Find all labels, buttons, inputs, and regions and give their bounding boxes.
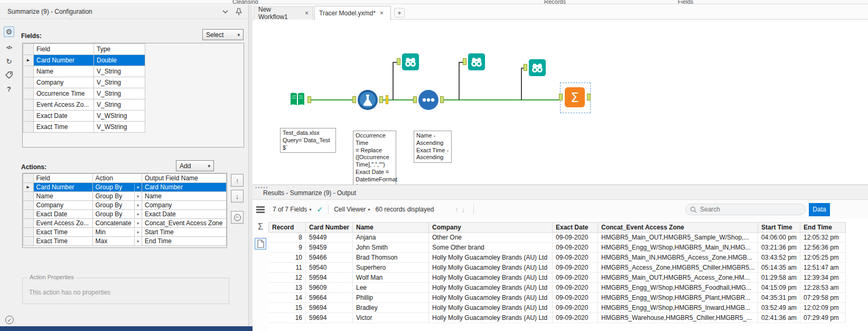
- actions-table-row[interactable]: ▶Card NumberGroup By▾Card Number: [23, 183, 227, 192]
- row-marker[interactable]: [23, 99, 34, 111]
- collapse-chevron-icon[interactable]: [222, 8, 228, 15]
- results-row[interactable]: 859449AnjanaOther One09-09-2020HMGBR5_Ma…: [269, 233, 846, 243]
- results-column-header[interactable]: Name: [353, 223, 429, 233]
- row-marker[interactable]: [23, 192, 34, 201]
- field-name-cell[interactable]: Occurrence Time: [34, 88, 94, 99]
- results-row[interactable]: 1459664PhillipHolly Molly Guacamoley Bra…: [269, 293, 846, 303]
- results-cell[interactable]: Holly Molly Guacamoley Brands (AU) Ltd: [429, 293, 553, 303]
- results-cell[interactable]: 03:21:36 pm: [758, 243, 800, 253]
- results-cell[interactable]: 09-09-2020: [553, 303, 598, 313]
- results-cell[interactable]: 59694: [306, 313, 353, 323]
- next-record-icon[interactable]: ↓: [462, 206, 465, 214]
- row-marker[interactable]: ▶: [23, 183, 34, 192]
- results-cell[interactable]: Holly Molly Guacamoley Brands (AU) Ltd: [429, 313, 553, 323]
- fields-table-row[interactable]: CompanyV_String: [23, 77, 145, 88]
- results-cell[interactable]: 03:43:52 pm: [758, 253, 800, 263]
- browse-tool-1[interactable]: [402, 53, 419, 71]
- add-dropdown-button[interactable]: Add ▾: [176, 160, 214, 171]
- results-cell[interactable]: 59466: [306, 253, 353, 263]
- pin-icon[interactable]: [236, 8, 242, 17]
- field-type-cell[interactable]: V_String: [94, 66, 145, 77]
- action-field-cell[interactable]: Event Access Zo...: [33, 219, 92, 228]
- dropdown-arrow-icon[interactable]: ▾: [134, 183, 139, 191]
- output-field-cell[interactable]: Card Number: [142, 183, 227, 192]
- results-row[interactable]: 1159540SuperheroHolly Molly Guacamoley B…: [269, 263, 846, 273]
- close-tab-icon[interactable]: ×: [305, 10, 309, 17]
- row-marker[interactable]: [23, 210, 34, 219]
- actions-table-row[interactable]: Event Access Zo...Concatenate▾Concat_Eve…: [23, 219, 227, 228]
- output-anchor[interactable]: [440, 96, 444, 103]
- results-cell[interactable]: Some Other brand: [429, 243, 553, 253]
- results-cell[interactable]: Holly Molly Guacamoley Brands (AU) Ltd: [429, 273, 553, 283]
- results-cell[interactable]: 12:02:09 pm: [800, 303, 846, 313]
- results-column-header[interactable]: Concat_Event Access Zone: [598, 223, 758, 233]
- action-select-cell[interactable]: Group By▾: [92, 183, 142, 192]
- results-cell[interactable]: Brad Thomson: [353, 253, 429, 263]
- actions-table-row[interactable]: Exact TimeMax▾End Time: [23, 237, 227, 246]
- move-down-button[interactable]: ↓: [231, 190, 244, 203]
- results-cell[interactable]: 04:15:09 pm: [758, 283, 800, 293]
- field-type-cell[interactable]: V_WString: [94, 111, 145, 122]
- dropdown-arrow-icon[interactable]: ▾: [134, 210, 139, 218]
- previous-record-icon[interactable]: ↑: [455, 206, 459, 214]
- fields-table-row[interactable]: Occurrence TimeV_String: [23, 88, 145, 99]
- field-column-header[interactable]: Field: [34, 44, 94, 55]
- field-type-cell[interactable]: V_WString: [94, 122, 145, 133]
- action-select-cell[interactable]: Max▾: [92, 237, 142, 246]
- fields-table-row[interactable]: NameV_String: [23, 66, 145, 77]
- results-cell[interactable]: HMGBR5_Warehouse,HMGBR5_Chiller,HMGBR5_.…: [598, 313, 758, 323]
- input-anchor[interactable]: [413, 96, 417, 103]
- row-marker[interactable]: [23, 201, 34, 210]
- browse-tool-2[interactable]: [468, 53, 486, 71]
- results-cell[interactable]: HMGBR5_Main_OUT,HMGBR5_Access_Zone,HM...: [598, 273, 758, 283]
- panel-splitter[interactable]: [248, 5, 253, 331]
- results-cell[interactable]: Superhero: [353, 263, 429, 273]
- results-cell[interactable]: HMGBR5_Main_IN,HMGBR5_Access_Zone,HMGB..…: [598, 253, 758, 263]
- results-cell[interactable]: 09-09-2020: [553, 253, 598, 263]
- row-marker[interactable]: [23, 219, 34, 228]
- results-cell[interactable]: 12:28:53 am: [800, 283, 846, 293]
- field-type-cell[interactable]: V_String: [94, 88, 145, 99]
- results-cell[interactable]: 59609: [306, 283, 353, 293]
- field-type-cell[interactable]: Double: [94, 55, 145, 66]
- results-cell[interactable]: 09-09-2020: [553, 293, 598, 303]
- output-field-cell[interactable]: Exact Date: [142, 210, 227, 219]
- results-cell[interactable]: 09-09-2020: [553, 313, 598, 323]
- results-cell[interactable]: 03:52:49 am: [758, 303, 800, 313]
- output-anchor-icon[interactable]: [255, 238, 266, 250]
- formula-tool[interactable]: [357, 89, 378, 111]
- results-cell[interactable]: 13: [269, 283, 306, 293]
- results-cell[interactable]: 09-09-2020: [553, 233, 598, 243]
- field-type-cell[interactable]: V_String: [94, 99, 145, 111]
- output-field-cell[interactable]: Concat_Event Access Zone: [142, 219, 227, 228]
- results-cell[interactable]: 07:29:58 pm: [800, 293, 846, 303]
- data-view-button[interactable]: Data: [809, 203, 830, 216]
- results-cell[interactable]: 12:51:47 am: [800, 263, 846, 273]
- move-up-button[interactable]: ↑: [231, 174, 244, 187]
- results-cell[interactable]: 12:56:36 pm: [800, 243, 846, 253]
- row-marker[interactable]: [23, 77, 34, 88]
- results-cell[interactable]: Other One: [429, 233, 553, 243]
- results-column-header[interactable]: Record: [269, 223, 306, 233]
- output-anchor[interactable]: [379, 96, 383, 103]
- results-cell[interactable]: 09-09-2020: [553, 263, 598, 273]
- refresh-icon[interactable]: ↻: [4, 56, 14, 67]
- fields-table-row[interactable]: Exact DateV_WString: [23, 111, 145, 122]
- results-cell[interactable]: Holly Molly Guacamoley Brands (AU) Ltd: [429, 303, 553, 313]
- summarize-anchor-icon[interactable]: Σ: [255, 221, 266, 233]
- action-column-header[interactable]: Action: [92, 174, 142, 183]
- annotation-code-icon[interactable]: </>: [4, 42, 14, 53]
- apply-check-icon[interactable]: ✓: [316, 205, 323, 214]
- field-name-cell[interactable]: Card Number: [34, 55, 94, 66]
- summarize-tool[interactable]: Σ: [564, 87, 585, 108]
- output-anchor[interactable]: [307, 96, 311, 103]
- results-cell[interactable]: 12:05:32 pm: [800, 233, 846, 243]
- help-icon[interactable]: ?: [4, 84, 14, 94]
- results-cell[interactable]: 01:29:58 am: [758, 273, 800, 283]
- results-cell[interactable]: HMGBR5_Engg_W/Shop,HMGBR5_Inward,HMGB...: [598, 303, 758, 313]
- results-cell[interactable]: 09-09-2020: [553, 243, 598, 253]
- results-cell[interactable]: 07:29:49 pm: [800, 313, 846, 323]
- connection-line[interactable]: [443, 99, 560, 100]
- results-row[interactable]: 959459John SmithSome Other brand09-09-20…: [269, 243, 846, 253]
- input-anchor[interactable]: [559, 94, 563, 100]
